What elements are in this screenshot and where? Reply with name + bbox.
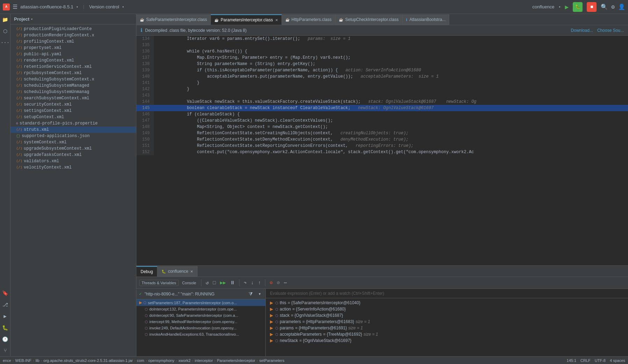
variable-item[interactable]: ▶⬡stack = {OgnlValueStack@61687} — [266, 312, 628, 319]
threads-variables-tab[interactable]: Threads & Variables — [139, 280, 179, 286]
stack-frame-item[interactable]: ⬡invoke:249, DefaultActionInvocation (co… — [136, 325, 265, 331]
stack-frame-item[interactable]: ⬡invokeAndHandleExceptions:63, Transacti… — [136, 331, 265, 337]
file-item[interactable]: {}supported-applications.json — [10, 133, 136, 139]
file-item[interactable]: ⟨/⟩renderingContext.xml — [10, 57, 136, 64]
code-editor[interactable]: 134 Iterator var6 = params.entrySet().it… — [136, 36, 628, 265]
debug-button[interactable]: 🐛 — [573, 2, 583, 12]
clock-icon[interactable]: 🕐 — [2, 336, 8, 342]
project-name[interactable]: atlassian-confluence-8.5.1 — [20, 4, 73, 9]
variable-item[interactable]: ▶⬡newStack = {OgnlValueStack@61697} — [266, 337, 628, 344]
variable-item[interactable]: ▶⬡action = {ServerInfoAction@61680} — [266, 306, 628, 312]
run-config-label[interactable]: confluence — [533, 4, 555, 9]
file-item[interactable]: ⟨/⟩public-api.yaml — [10, 51, 136, 57]
fork-icon[interactable]: ⑂ — [4, 348, 7, 354]
tab-setup-check[interactable]: ☕ SetupCheckInterceptor.class — [335, 14, 402, 25]
breadcrumb-item[interactable]: lib — [36, 358, 40, 363]
breadcrumb-item[interactable]: opensymphony — [148, 358, 174, 363]
file-item[interactable]: ⚙standard-profile-pics.propertie — [10, 120, 136, 127]
breadcrumb-item[interactable]: ParametersInterceptor — [217, 358, 255, 363]
resume-icon[interactable]: ▶▶ — [219, 279, 227, 286]
debug-tab-confluence[interactable]: 🐛 confluence ✕ — [157, 266, 198, 277]
stack-frame-item[interactable]: ▶⬡setParameters:187, ParametersIntercept… — [136, 299, 265, 306]
file-item[interactable]: ⟨/⟩velocityContext.xml — [10, 164, 136, 171]
variables-expression-input[interactable]: Evaluate expression (Enter) or add a wat… — [266, 289, 628, 298]
run-icon[interactable]: ▶ — [3, 313, 6, 319]
tab-safe-parameters[interactable]: ☕ SafeParametersInterceptor.class — [136, 14, 211, 25]
tab-close-parameters-interceptor[interactable]: ✕ — [275, 18, 278, 22]
file-item[interactable]: ⟨/⟩schedulingSubsystemContext.x — [10, 76, 136, 83]
indent[interactable]: 4 spaces — [610, 358, 625, 363]
folder-icon[interactable]: 📁 — [2, 17, 8, 23]
version-control-dropdown-icon[interactable]: ▾ — [122, 5, 124, 9]
bookmark-icon[interactable]: 🔖 — [2, 290, 8, 296]
file-item[interactable]: ⟨/⟩rpcSubsystemContext.xml — [10, 70, 136, 76]
variable-item[interactable]: ▶⬡this = {SafeParametersInterceptor@6104… — [266, 300, 628, 306]
file-item[interactable]: ⟨/⟩securityContext.xml — [10, 101, 136, 108]
variable-expand-icon[interactable]: ▶ — [270, 319, 273, 324]
file-item[interactable]: ⟨/⟩retentionServiceContext.xml — [10, 64, 136, 70]
breadcrumb-item[interactable]: interceptor — [195, 358, 213, 363]
settings-icon[interactable]: ⚙ — [611, 3, 615, 10]
file-item[interactable]: ⟨/⟩productionRenderingContext.x — [10, 32, 136, 38]
run-config-dropdown-icon[interactable]: ▾ — [558, 5, 561, 9]
restore-layout-icon[interactable]: ↺ — [204, 279, 210, 286]
tab-atlassian-bootstrap[interactable]: ℹ AtlassianBootstra... — [402, 14, 449, 25]
project-panel-dropdown-icon[interactable]: ▾ — [31, 17, 33, 21]
thread-dropdown-icon[interactable]: ▾ — [257, 290, 263, 298]
file-item[interactable]: ⟨/⟩profilingContext.xml — [10, 38, 136, 45]
file-item[interactable]: ⟨/⟩productionPluginLoaderConte — [10, 26, 136, 32]
breadcrumb-item[interactable]: setParameters — [259, 358, 285, 363]
run-to-cursor-icon[interactable]: ⊙ — [268, 279, 274, 286]
debug-side-icon[interactable]: 🐛 — [2, 325, 8, 331]
step-into-icon[interactable]: ↓ — [249, 279, 255, 286]
tab-parameters-interceptor[interactable]: ☕ ParametersInterceptor.class ✕ — [211, 14, 281, 25]
file-item[interactable]: ⟨/⟩upgradeTasksContext.xml — [10, 152, 136, 158]
variable-item[interactable]: ▶⬡acceptableParameters = {TreeMap@61692}… — [266, 331, 628, 337]
console-tab[interactable]: Console — [180, 280, 198, 286]
file-item[interactable]: ⟨/⟩setupContext.xml — [10, 114, 136, 120]
variable-expand-icon[interactable]: ▶ — [270, 300, 273, 305]
pause-icon[interactable]: ⏸ — [229, 279, 236, 286]
file-item[interactable]: ⟨/⟩upgradeSubsystemContext.xml — [10, 145, 136, 152]
file-item[interactable]: ⟨/⟩schedulingSubsystemUnmanag — [10, 89, 136, 95]
stack-frame-item[interactable]: ⬡doIntercept:132, ParametersInterceptor … — [136, 306, 265, 312]
notifications-icon[interactable]: 👤 — [618, 3, 625, 10]
crlf[interactable]: CRLF — [580, 358, 591, 363]
stack-frame-item[interactable]: ⬡intercept:99, MethodFilterInterceptor (… — [136, 319, 265, 325]
tab-http-parameters[interactable]: ☕ HttpParameters.class — [282, 14, 336, 25]
variable-expand-icon[interactable]: ▶ — [270, 313, 273, 318]
hamburger-menu-icon[interactable]: ☰ — [13, 3, 17, 10]
step-over-icon[interactable]: ↷ — [242, 279, 248, 286]
breadcrumb-item[interactable]: com — [137, 358, 144, 363]
variable-item[interactable]: ▶⬡parameters = {HttpParameters@61683} si… — [266, 319, 628, 325]
debug-tab-confluence-close[interactable]: ✕ — [190, 270, 193, 273]
project-dropdown-icon[interactable]: ▾ — [76, 5, 78, 9]
variable-expand-icon[interactable]: ▶ — [270, 332, 273, 337]
breadcrumb-item[interactable]: WEB-INF — [15, 358, 31, 363]
breadcrumb-item[interactable]: org.apache.struts_struts2-core-2.5.31-at… — [43, 358, 133, 363]
file-item[interactable]: ⟨/⟩systemContext.xml — [10, 139, 136, 145]
more-icon[interactable]: ··· — [1, 40, 9, 45]
evaluate-icon[interactable]: ⊘ — [276, 279, 281, 286]
more-debug-icon[interactable]: ⋯ — [283, 279, 288, 286]
debug-tab-debug[interactable]: Debug — [136, 266, 157, 277]
download-link[interactable]: Download... — [571, 28, 593, 33]
file-item[interactable]: ⟨/⟩struts.xml — [10, 127, 136, 133]
file-item[interactable]: ⟨/⟩propertyset.xml — [10, 45, 136, 51]
file-item[interactable]: ⟨/⟩validators.xml — [10, 158, 136, 164]
structure-icon[interactable]: ⬡ — [3, 28, 7, 34]
play-button[interactable]: ▶ — [565, 3, 569, 11]
file-item[interactable]: ⟨/⟩searchSubsystemContext.xml — [10, 95, 136, 101]
choose-source-link[interactable]: Choose Sou... — [597, 28, 624, 33]
variable-expand-icon[interactable]: ▶ — [270, 307, 273, 312]
thread-filter-icon[interactable]: ⧩ — [247, 291, 254, 298]
file-item[interactable]: ⟨/⟩settingsContext.xml — [10, 108, 136, 114]
stop-button[interactable]: ■ — [587, 2, 597, 12]
file-item[interactable]: ⟨/⟩schedulingSubsystemManaged — [10, 83, 136, 89]
version-control-label[interactable]: Version control — [89, 4, 119, 9]
variable-expand-icon[interactable]: ▶ — [270, 338, 273, 343]
encoding[interactable]: UTF-8 — [595, 358, 606, 363]
search-icon[interactable]: 🔍 — [601, 3, 608, 10]
git-icon[interactable]: ⎇ — [2, 302, 8, 308]
breadcrumb-item[interactable]: xwork2 — [178, 358, 191, 363]
